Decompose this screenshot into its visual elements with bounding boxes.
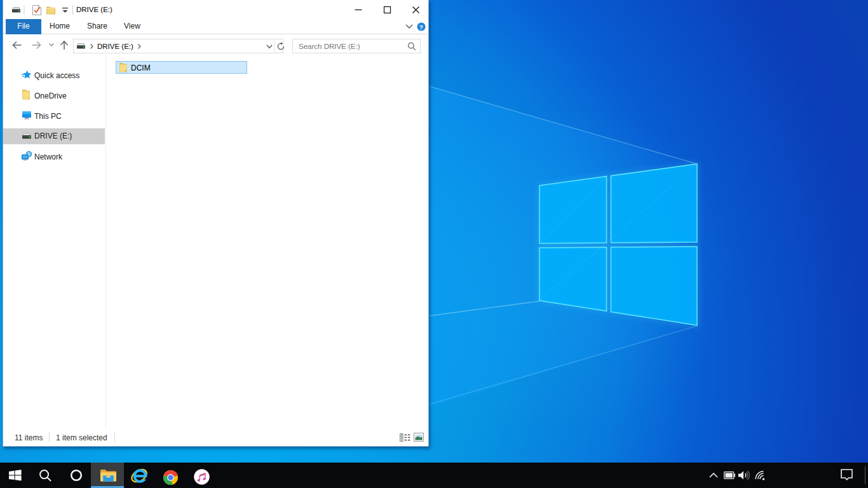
svg-text:?: ?: [419, 24, 423, 30]
